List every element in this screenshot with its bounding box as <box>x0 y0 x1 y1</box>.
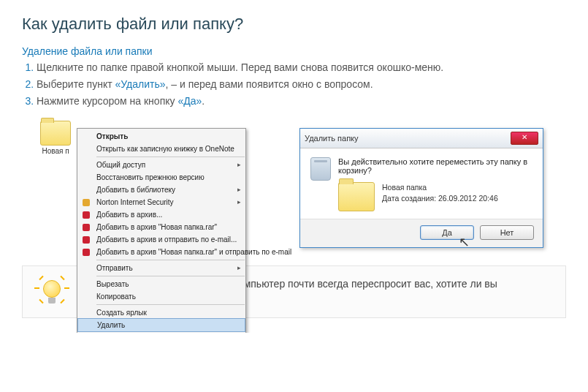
folder-icon <box>338 182 375 211</box>
yes-keyword: «Да» <box>177 95 202 107</box>
context-menu-illustration: Новая п Открыть Открыть как записную кни… <box>37 121 256 155</box>
cm-rename[interactable]: Переименовать <box>77 331 245 333</box>
cm-library[interactable]: Добавить в библиотеку <box>77 184 245 196</box>
lightbulb-icon <box>37 277 66 306</box>
cm-delete[interactable]: Удалить <box>77 318 245 332</box>
folder-label: Новая п <box>42 147 69 155</box>
step-1: Щелкните по папке правой кнопкой мыши. П… <box>37 60 566 75</box>
cm-send[interactable]: Отправить <box>77 262 245 274</box>
cm-share[interactable]: Общий доступ <box>77 159 245 171</box>
confirm-dialog: Удалить папку ✕ Вы действительно хотите … <box>299 128 543 248</box>
step-3: Нажмите курсором на кнопку «Да». <box>37 94 566 109</box>
cm-arch3[interactable]: Добавить в архив и отправить по e-mail..… <box>77 233 245 246</box>
section-subtitle: Удаление файла или папки <box>22 45 566 57</box>
cm-arch4[interactable]: Добавить в архив "Новая папка.rar" и отп… <box>77 246 245 258</box>
cm-arch1[interactable]: Добавить в архив... <box>77 208 245 221</box>
page-title: Как удалить файл или папку? <box>22 15 566 34</box>
close-button[interactable]: ✕ <box>511 132 538 145</box>
cm-arch2[interactable]: Добавить в архив "Новая папка.rar" <box>77 221 245 233</box>
desktop-folder[interactable]: Новая п <box>37 121 75 155</box>
cm-onenote[interactable]: Открыть как записную книжку в OneNote <box>77 143 245 155</box>
cm-shortcut[interactable]: Создать ярлык <box>77 306 245 319</box>
context-menu: Открыть Открыть как записную книжку в On… <box>77 128 246 333</box>
folder-icon <box>40 121 71 146</box>
dialog-title-text: Удалить папку <box>305 134 359 143</box>
cm-copy[interactable]: Копировать <box>77 290 245 303</box>
cm-norton[interactable]: Norton Internet Security <box>77 196 245 208</box>
folder-name: Новая папка <box>382 182 498 193</box>
dialog-question: Вы действительно хотите переместить эту … <box>338 157 532 175</box>
no-button[interactable]: Нет <box>480 225 534 240</box>
folder-date: Дата создания: 26.09.2012 20:46 <box>382 193 498 204</box>
cm-open[interactable]: Открыть <box>77 130 245 143</box>
step-2: Выберите пункт «Удалить», – и перед вами… <box>37 77 566 92</box>
dialog-titlebar: Удалить папку ✕ <box>300 129 543 148</box>
cursor-icon: ↖ <box>165 329 176 333</box>
cm-cut[interactable]: Вырезать <box>77 278 245 290</box>
cursor-icon: ↖ <box>459 234 470 250</box>
steps-list: Щелкните по папке правой кнопкой мыши. П… <box>22 60 566 109</box>
delete-keyword: «Удалить» <box>115 78 165 90</box>
cm-restore[interactable]: Восстановить прежнюю версию <box>77 171 245 184</box>
recycle-bin-icon <box>310 157 331 181</box>
